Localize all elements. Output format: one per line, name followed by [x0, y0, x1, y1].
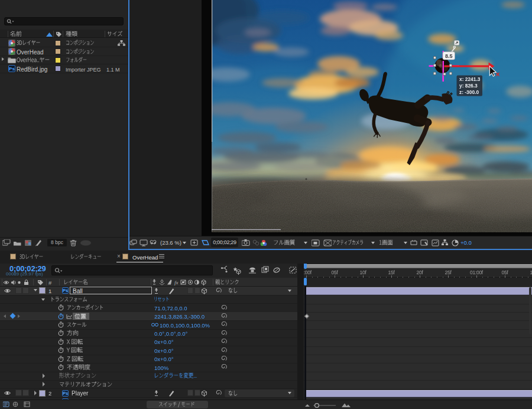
- svg-text:8.5: 8.5: [445, 53, 453, 59]
- svg-text:y: 826.3: y: 826.3: [459, 83, 478, 89]
- svg-text:fx: fx: [174, 280, 179, 285]
- svg-text:x: 2241.3: x: 2241.3: [459, 76, 481, 82]
- svg-text:z: -300.0: z: -300.0: [459, 89, 479, 95]
